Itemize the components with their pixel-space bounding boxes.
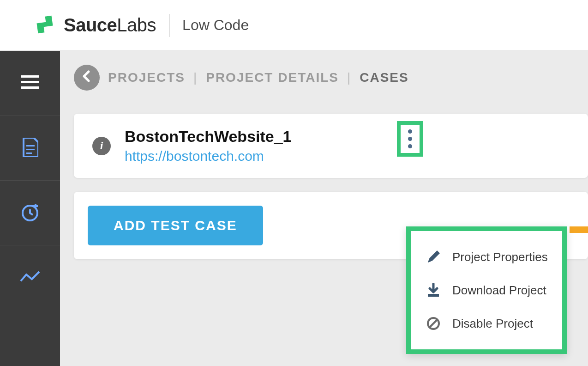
breadcrumb-item[interactable]: PROJECT DETAILS xyxy=(206,70,339,85)
svg-rect-3 xyxy=(26,145,35,146)
download-icon xyxy=(425,283,442,298)
breadcrumb-separator: | xyxy=(347,70,351,85)
sidebar-item-documents[interactable] xyxy=(0,116,60,180)
logo-icon xyxy=(32,12,57,39)
chart-line-icon xyxy=(20,270,40,286)
breadcrumb-current: CASES xyxy=(360,70,408,85)
breadcrumb-separator: | xyxy=(193,70,198,85)
main-content: PROJECTS | PROJECT DETAILS | CASES i Bos… xyxy=(60,51,588,366)
project-url[interactable]: https://bostontech.com xyxy=(125,148,291,164)
document-icon xyxy=(22,138,38,159)
project-actions-menu-button[interactable] xyxy=(397,121,423,157)
menu-item-disable-project[interactable]: Disable Project xyxy=(411,307,562,340)
svg-line-9 xyxy=(430,320,437,327)
pencil-icon xyxy=(425,250,442,264)
svg-rect-7 xyxy=(428,294,439,297)
hamburger-icon xyxy=(21,75,39,91)
arrow-left-icon xyxy=(80,70,93,86)
active-tab-indicator xyxy=(570,226,588,233)
project-header-card: i BostonTechWebsite_1 https://bostontech… xyxy=(74,114,588,178)
kebab-icon xyxy=(408,129,412,148)
info-icon[interactable]: i xyxy=(92,137,111,155)
project-actions-menu: Project Properties Download Project xyxy=(406,226,567,354)
ban-icon xyxy=(425,316,442,331)
menu-label: Download Project xyxy=(452,283,546,298)
sidebar-menu-toggle[interactable] xyxy=(0,51,60,116)
menu-label: Disable Project xyxy=(452,317,533,331)
add-test-case-button[interactable]: ADD TEST CASE xyxy=(88,206,263,245)
project-name: BostonTechWebsite_1 xyxy=(125,128,291,146)
sidebar-item-analytics[interactable] xyxy=(0,245,60,310)
clock-plus-icon xyxy=(20,202,40,224)
svg-rect-5 xyxy=(26,152,32,154)
back-button[interactable] xyxy=(74,65,100,91)
menu-item-project-properties[interactable]: Project Properties xyxy=(411,240,562,274)
menu-item-download-project[interactable]: Download Project xyxy=(411,274,562,307)
menu-label: Project Properties xyxy=(452,250,548,264)
brand-name: SauceLabs xyxy=(64,15,156,36)
breadcrumb: PROJECTS | PROJECT DETAILS | CASES xyxy=(74,65,588,91)
svg-rect-1 xyxy=(21,81,39,83)
sub-brand: Low Code xyxy=(182,17,249,34)
sidebar-item-schedule[interactable] xyxy=(0,180,60,245)
breadcrumb-item[interactable]: PROJECTS xyxy=(108,70,185,85)
brand-logo: SauceLabs xyxy=(32,12,156,39)
sidebar xyxy=(0,51,60,366)
svg-rect-2 xyxy=(21,86,39,89)
svg-rect-4 xyxy=(26,149,35,150)
project-title-block: BostonTechWebsite_1 https://bostontech.c… xyxy=(125,128,291,164)
app-header: SauceLabs Low Code xyxy=(0,0,588,51)
header-divider xyxy=(169,14,169,37)
svg-rect-0 xyxy=(21,75,39,78)
